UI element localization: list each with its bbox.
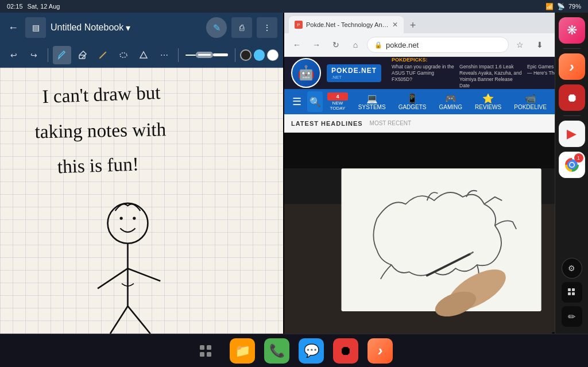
dock-social-app[interactable]: ❋ (559, 17, 585, 44)
redo-button[interactable]: ↪ (25, 46, 44, 64)
dock-pen-button[interactable]: ✏ (562, 306, 582, 327)
svg-rect-31 (568, 292, 571, 295)
svg-rect-35 (200, 352, 204, 357)
svg-line-13 (110, 306, 128, 334)
dock-chrome[interactable]: 1 (559, 152, 585, 178)
apps-grid-icon (567, 287, 577, 298)
browser-content[interactable]: 🤖 POKDE.NET .NET POKDEPICKS: What can yo… (284, 57, 588, 334)
pokde-logo[interactable]: POKDE.NET .NET (327, 64, 381, 82)
svg-rect-22 (284, 133, 588, 168)
nav-gadgets[interactable]: 📱 GADGETS (393, 90, 432, 114)
svg-line-14 (127, 306, 150, 334)
white-color-button[interactable] (267, 49, 278, 61)
highlighter-tool-button[interactable] (94, 46, 112, 64)
svg-rect-34 (207, 345, 211, 350)
pokde-logo-subtitle: .NET (331, 75, 377, 80)
eraser-tool-button[interactable] (74, 46, 92, 64)
blue-color-button[interactable] (254, 49, 265, 61)
browser-tab-pokde[interactable]: P Pokde.Net - Technology And... ✕ (289, 16, 404, 33)
dock-apps-grid-button[interactable] (562, 282, 582, 303)
note-share-button[interactable]: ⎙ (231, 17, 252, 38)
svg-text:I can't draw but: I can't draw but (42, 82, 161, 107)
pen-active-icon: ✎ (213, 22, 220, 33)
thick-line-button[interactable] (213, 53, 228, 56)
pokde-picks-items: What can you upgrade in the ASUS TUF Gam… (392, 64, 580, 89)
systems-icon: 💻 (358, 93, 386, 104)
tool-separator-1 (48, 48, 48, 62)
more-icon: ⋮ (263, 23, 271, 32)
pokde-pick-1[interactable]: What can you upgrade in the ASUS TUF Gam… (392, 64, 455, 89)
svg-point-28 (570, 163, 574, 167)
dock-swift-app[interactable]: › (559, 53, 585, 80)
svg-line-12 (127, 268, 160, 281)
note-app-pane: ← ▤ Untitled Notebook ▾ ✎ ⎙ ⋮ (0, 13, 284, 334)
browser-refresh-button[interactable]: ↻ (328, 37, 344, 53)
dock-separator-1 (563, 48, 581, 49)
more-tools-button[interactable]: ⋯ (155, 46, 173, 64)
side-dock: ❋ › ⏺ ▶ 1 ⚙ (555, 13, 588, 334)
shapes-tool-button[interactable] (135, 46, 153, 64)
latest-headlines-label: LATEST HEADLINES (291, 120, 363, 127)
pokde-nav-items: 💻 SYSTEMS 📱 GADGETS 🎮 GAMING ⭐ REVIEWS (353, 90, 587, 114)
pokde-favicon: P (295, 21, 303, 29)
gadgets-icon: 📱 (399, 93, 427, 104)
lock-icon: 🔒 (374, 41, 382, 49)
pen-icon: ✏ (568, 311, 575, 322)
browser-forward-button[interactable]: → (308, 37, 324, 53)
nav-pokdelive[interactable]: 📹 POKDELIVE (508, 90, 552, 114)
pen-active-button[interactable]: ✎ (206, 17, 227, 38)
taskbar-recording-app[interactable]: ⏺ (333, 338, 358, 364)
youtube-icon: ▶ (567, 126, 577, 141)
svg-point-6 (108, 203, 148, 244)
browser-back-button[interactable]: ← (289, 37, 305, 53)
black-color-button[interactable] (240, 49, 252, 61)
social-icon: ❋ (567, 23, 577, 38)
nav-gaming[interactable]: 🎮 GAMING (434, 90, 469, 114)
note-back-button[interactable]: ← (6, 20, 21, 36)
thin-line-button[interactable] (185, 55, 196, 56)
address-field[interactable]: 🔒 pokde.net (367, 37, 509, 53)
close-tab-button[interactable]: ✕ (392, 21, 398, 29)
note-more-button[interactable]: ⋮ (257, 17, 277, 38)
hamburger-menu-button[interactable]: ☰ (289, 92, 305, 111)
bookmark-button[interactable]: ☆ (512, 37, 528, 53)
share-icon: ⎙ (239, 23, 244, 32)
taskbar-messages-app[interactable]: 💬 (299, 338, 324, 364)
nav-systems[interactable]: 💻 SYSTEMS (353, 90, 392, 114)
pokde-mascot: 🤖 (291, 58, 321, 88)
medium-line-button[interactable] (198, 54, 211, 56)
pokde-picks-label: POKDEPICKS: (392, 57, 580, 63)
taskbar-files-app[interactable]: 📁 (230, 338, 255, 364)
pen-tool-button[interactable] (53, 46, 71, 64)
tool-separator-3 (235, 48, 235, 62)
undo-button[interactable]: ↩ (5, 46, 23, 64)
taskbar-swift-app[interactable]: › (368, 338, 393, 364)
taskbar-apps-button[interactable] (195, 341, 216, 361)
taskbar-phone-app[interactable]: 📞 (264, 338, 289, 364)
dock-youtube[interactable]: ▶ (559, 121, 585, 147)
pokde-pick-2[interactable]: Genshin Impact 1.6 Leak Reveals Ayaka, K… (459, 64, 523, 89)
chrome-notification-badge: 1 (574, 153, 583, 163)
note-pages-button[interactable]: ▤ (25, 17, 46, 38)
reviews-icon: ⭐ (475, 93, 501, 104)
status-bar: 02:15 Sat, 12 Aug 📶 📡 79% (0, 0, 588, 13)
note-canvas[interactable]: I can't draw but taking notes with this … (0, 68, 283, 334)
dock-gear-button[interactable]: ⚙ (562, 258, 582, 279)
svg-text:taking notes with: taking notes with (34, 118, 167, 142)
lasso-tool-button[interactable] (114, 46, 133, 64)
gaming-icon: 🎮 (439, 93, 463, 104)
pokde-logo-text: POKDE.NET (331, 67, 377, 75)
phone-icon: 📞 (269, 343, 285, 358)
gear-icon: ⚙ (568, 264, 575, 273)
nav-reviews[interactable]: ⭐ REVIEWS (469, 90, 507, 114)
tool-separator-2 (178, 48, 179, 62)
dock-screen-recorder[interactable]: ⏺ (559, 84, 585, 111)
dock-bottom-controls: ⚙ ✏ (562, 258, 582, 327)
new-tab-button[interactable]: + (405, 17, 421, 33)
download-button[interactable]: ⬇ (532, 37, 548, 53)
svg-point-8 (133, 217, 136, 219)
note-title[interactable]: Untitled Notebook ▾ (51, 22, 202, 33)
browser-home-button[interactable]: ⌂ (347, 37, 363, 53)
svg-rect-17 (341, 168, 541, 311)
pokde-search-button[interactable]: 🔍 (307, 91, 323, 112)
